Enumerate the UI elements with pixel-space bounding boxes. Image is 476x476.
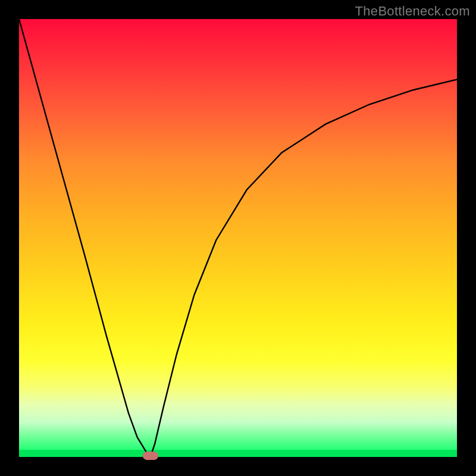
bottleneck-curve [19, 19, 457, 457]
curve-right-branch [151, 80, 457, 457]
chart-frame: TheBottleneck.com [0, 0, 476, 476]
minimum-marker [143, 452, 158, 460]
watermark-text: TheBottleneck.com [355, 4, 470, 19]
plot-area [19, 19, 457, 457]
curve-left-branch [19, 19, 151, 457]
